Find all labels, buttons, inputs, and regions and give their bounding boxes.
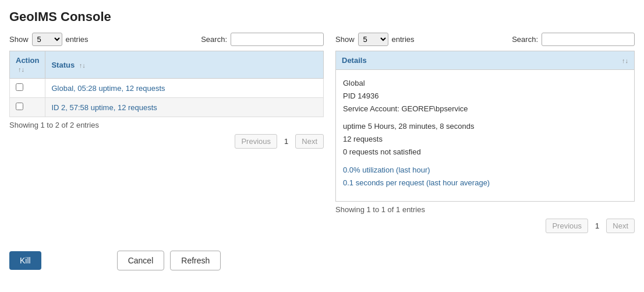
detail-line7: 0.0% utilization (last hour)	[343, 164, 627, 177]
detail-line5: 12 requests	[343, 133, 627, 146]
right-show-label: Show	[335, 35, 355, 44]
right-page-number: 1	[590, 219, 604, 233]
left-show-label: Show	[9, 35, 29, 44]
detail-line6: 0 requests not satisfied	[343, 146, 627, 159]
cancel-button[interactable]: Cancel	[117, 251, 165, 270]
details-box: Details ↑↓ Global PID 14936 Service Acco…	[335, 51, 635, 202]
row1-status-link[interactable]: Global, 05:28 uptime, 12 requests	[51, 84, 165, 93]
right-pagination: Previous 1 Next	[335, 219, 635, 233]
left-next-button[interactable]: Next	[295, 134, 324, 149]
right-previous-button[interactable]: Previous	[546, 219, 588, 233]
row1-checkbox-cell	[10, 79, 45, 98]
action-sort-icon: ↑↓	[18, 66, 24, 73]
details-sort-icon: ↑↓	[622, 57, 628, 64]
status-column-header[interactable]: Status ↑↓	[45, 51, 324, 79]
detail-line4: uptime 5 Hours, 28 minutes, 8 seconds	[343, 120, 627, 133]
table-row: Global, 05:28 uptime, 12 requests	[10, 79, 324, 98]
detail-line8: 0.1 seconds per request (last hour avera…	[343, 177, 627, 189]
action-column-header[interactable]: Action ↑↓	[10, 51, 45, 79]
right-search-label: Search:	[512, 35, 538, 44]
left-page-number: 1	[279, 135, 293, 148]
detail-group-1: Global PID 14936 Service Account: GEOREF…	[343, 77, 627, 115]
row2-checkbox[interactable]	[16, 103, 23, 110]
bottom-bar: Kill Cancel Refresh	[9, 251, 635, 270]
left-table: Action ↑↓ Status ↑↓ Global, 05:28 uptime…	[9, 51, 324, 117]
detail-line1: Global	[343, 77, 627, 90]
row1-status-cell: Global, 05:28 uptime, 12 requests	[45, 79, 324, 98]
detail-line2: PID 14936	[343, 90, 627, 103]
right-next-button[interactable]: Next	[606, 219, 635, 233]
right-show-select[interactable]: 5102550100	[358, 33, 388, 46]
right-controls-row: Show 5102550100 entries Search:	[335, 33, 635, 46]
left-previous-button[interactable]: Previous	[235, 134, 277, 149]
left-pagination: Previous 1 Next	[9, 134, 324, 149]
left-controls-row: Show 5102550100 entries Search:	[9, 33, 324, 46]
kill-button[interactable]: Kill	[9, 251, 41, 270]
right-search-input[interactable]	[542, 33, 635, 46]
refresh-button[interactable]: Refresh	[170, 251, 221, 270]
detail-group-2: uptime 5 Hours, 28 minutes, 8 seconds 12…	[343, 120, 627, 159]
status-sort-icon: ↑↓	[79, 62, 86, 69]
row1-checkbox[interactable]	[16, 83, 23, 91]
left-show-select[interactable]: 5102550100	[32, 33, 62, 46]
right-panel: Show 5102550100 entries Search: Details …	[335, 33, 635, 233]
left-showing-text: Showing 1 to 2 of 2 entries	[9, 121, 324, 129]
main-layout: Show 5102550100 entries Search: Action ↑…	[9, 33, 635, 233]
details-content: Global PID 14936 Service Account: GEOREF…	[336, 70, 634, 201]
page-title: GeoIMS Console	[9, 9, 635, 24]
left-panel: Show 5102550100 entries Search: Action ↑…	[9, 33, 324, 233]
details-header-label: Details	[342, 56, 367, 65]
right-showing-text: Showing 1 to 1 of 1 entries	[335, 205, 635, 214]
details-header: Details ↑↓	[336, 51, 634, 70]
left-search-input[interactable]	[231, 33, 324, 46]
detail-line3: Service Account: GEOREF\bpservice	[343, 103, 627, 115]
detail-group-3: 0.0% utilization (last hour) 0.1 seconds…	[343, 164, 627, 189]
row2-status-cell: ID 2, 57:58 uptime, 12 requests	[45, 98, 324, 117]
table-row: ID 2, 57:58 uptime, 12 requests	[10, 98, 324, 117]
right-entries-label: entries	[392, 35, 415, 44]
left-entries-label: entries	[66, 35, 89, 44]
row2-checkbox-cell	[10, 98, 45, 117]
row2-status-link[interactable]: ID 2, 57:58 uptime, 12 requests	[51, 103, 157, 112]
left-search-label: Search:	[201, 35, 227, 44]
